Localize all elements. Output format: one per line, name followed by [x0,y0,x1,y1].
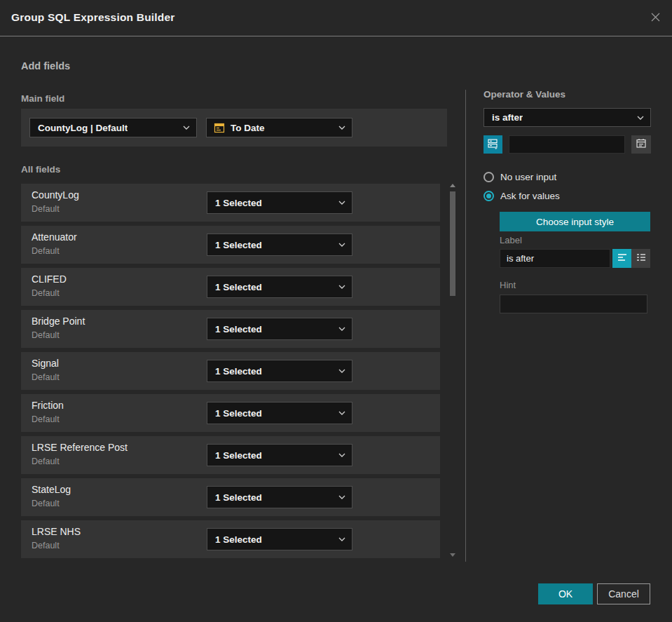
main-field-panel: CountyLog | Default To Date [21,109,447,147]
field-row: LRSE Reference Post Default 1 Selected [21,436,440,474]
calendar-icon [214,122,225,133]
field-count-select-value: 1 Selected [207,198,262,208]
field-type: Default [32,204,60,214]
field-count-select[interactable]: 1 Selected [207,276,352,298]
scrollbar-up-arrow-icon[interactable] [450,184,455,187]
value-source-button[interactable] [484,135,502,154]
field-type: Default [32,541,60,550]
field-type: Default [32,457,60,466]
field-count-select[interactable]: 1 Selected [207,444,352,466]
field-row: CLIFED Default 1 Selected [21,268,440,306]
align-left-icon [617,252,628,266]
value-input[interactable] [509,135,625,154]
add-fields-heading: Add fields [21,60,70,72]
field-name: Bridge Point [32,316,85,327]
titlebar: Group SQL Expression Builder [0,0,672,36]
field-count-select[interactable]: 1 Selected [207,234,352,256]
field-row: Friction Default 1 Selected [21,394,440,432]
radio-no-user-input[interactable]: No user input [484,172,556,182]
field-count-select-value: 1 Selected [207,366,262,377]
radio-ask-for-values-label: Ask for values [500,191,560,201]
label-caption: Label [500,235,522,245]
field-name: Friction [32,400,64,411]
field-type: Default [32,330,60,340]
field-name: CountyLog [32,189,79,201]
hint-input[interactable] [500,295,647,313]
field-name: CLIFED [32,273,67,285]
chevron-down-icon [338,327,345,331]
group-sql-expression-builder-dialog: Group SQL Expression Builder Add fields … [0,0,672,622]
field-type: Default [32,246,60,256]
chevron-down-icon [338,369,345,373]
field-name: LRSE NHS [32,526,81,537]
chevron-down-icon [338,453,345,457]
all-fields-label: All fields [21,164,60,175]
field-row: CountyLog Default 1 Selected [21,184,440,222]
field-row: Signal Default 1 Selected [21,352,440,390]
field-type: Default [32,414,60,424]
fields-list: CountyLog Default 1 Selected Attenuator … [21,184,440,562]
chevron-down-icon [183,126,190,130]
radio-ask-for-values[interactable]: Ask for values [484,191,560,201]
field-row: Bridge Point Default 1 Selected [21,310,440,348]
close-icon [650,11,661,26]
value-row [484,135,651,154]
field-count-select-value: 1 Selected [207,240,262,250]
close-button[interactable] [648,11,662,25]
list-style-button[interactable] [631,249,650,268]
operator-select[interactable]: is after [484,108,651,127]
field-count-select[interactable]: 1 Selected [207,528,352,550]
scrollbar-down-arrow-icon[interactable] [450,553,455,557]
field-count-select-value: 1 Selected [207,282,262,292]
radio-selected-icon [484,191,494,201]
date-field-select-value: To Date [225,123,265,133]
column-divider [465,90,466,562]
chevron-down-icon [637,116,644,120]
field-name: StateLog [32,484,71,495]
field-row: LRSE NHS Default 1 Selected [21,520,440,558]
calendar-icon [636,137,647,151]
field-row: Attenuator Default 1 Selected [21,226,440,264]
field-count-select-value: 1 Selected [207,534,262,545]
choose-input-style-button[interactable]: Choose input style [500,212,650,231]
field-count-select-value: 1 Selected [207,492,262,503]
single-line-style-button[interactable] [612,249,631,268]
list-icon [636,252,647,266]
operator-values-heading: Operator & Values [484,89,565,100]
ok-button[interactable]: OK [538,583,593,604]
field-count-select[interactable]: 1 Selected [207,402,352,424]
field-count-select[interactable]: 1 Selected [207,318,352,340]
field-type: Default [32,499,60,508]
main-field-select-value: CountyLog | Default [30,123,128,133]
chevron-down-icon [338,243,345,247]
field-name: LRSE Reference Post [32,442,128,453]
radio-no-user-input-label: No user input [500,172,556,182]
scrollbar-thumb[interactable] [450,191,455,296]
chevron-down-icon [338,411,345,415]
chevron-down-icon [338,537,345,541]
dialog-title: Group SQL Expression Builder [11,11,175,24]
radio-unselected-icon [484,172,494,182]
field-count-select[interactable]: 1 Selected [207,486,352,508]
hint-caption: Hint [500,280,516,290]
field-type: Default [32,372,60,382]
chevron-down-icon [338,495,345,499]
field-name: Attenuator [32,231,77,243]
field-name: Signal [32,358,59,369]
field-count-select-value: 1 Selected [207,324,262,334]
field-row: StateLog Default 1 Selected [21,478,440,516]
chevron-down-icon [338,126,345,130]
date-field-select[interactable]: To Date [206,118,352,137]
field-count-select[interactable]: 1 Selected [207,191,352,214]
fields-list-scrollbar[interactable] [450,181,456,560]
chevron-down-icon [338,201,345,205]
operator-select-value: is after [484,112,523,123]
field-count-select[interactable]: 1 Selected [207,360,352,382]
value-calendar-button[interactable] [631,135,651,154]
label-input[interactable] [500,249,610,268]
main-field-label: Main field [21,93,64,104]
main-field-select[interactable]: CountyLog | Default [29,118,197,137]
cancel-button[interactable]: Cancel [597,583,650,604]
chevron-down-icon [338,285,345,289]
stacked-rows-icon [487,137,499,152]
